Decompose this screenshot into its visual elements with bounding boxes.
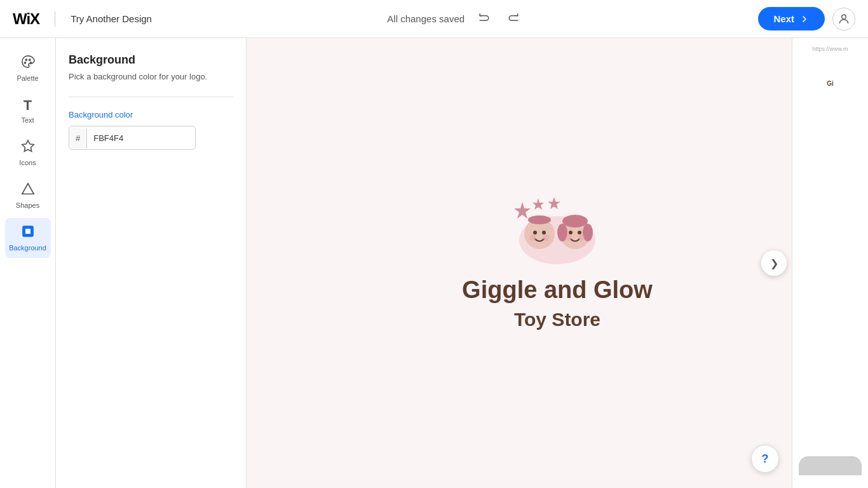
- sidebar-item-palette[interactable]: Palette: [5, 48, 51, 88]
- redo-button[interactable]: [504, 8, 523, 30]
- text-icon: T: [24, 97, 32, 114]
- sidebar-item-text[interactable]: T Text: [5, 91, 51, 130]
- avatar-button[interactable]: [832, 8, 855, 30]
- sidebar-item-icons-label: Icons: [19, 159, 36, 166]
- logo-illustration: [487, 196, 627, 272]
- icons-icon: [21, 139, 35, 156]
- sidebar-item-text-label: Text: [21, 116, 34, 124]
- svg-marker-9: [532, 198, 544, 210]
- svg-point-4: [30, 62, 31, 64]
- preview-logo-small: Gi: [827, 80, 834, 87]
- main-layout: Palette T Text Icons Shapes: [0, 38, 868, 488]
- bg-color-label: Background color: [69, 110, 233, 119]
- svg-point-17: [530, 234, 536, 241]
- svg-point-26: [578, 234, 585, 241]
- svg-point-1: [24, 62, 25, 64]
- help-button[interactable]: ?: [751, 445, 779, 473]
- svg-rect-7: [25, 228, 31, 234]
- panel-title: Background: [69, 53, 233, 67]
- sidebar-icons: Palette T Text Icons Shapes: [0, 38, 56, 488]
- header-logo: WiX Try Another Design: [13, 10, 152, 28]
- header-center: All changes saved: [152, 8, 759, 30]
- svg-point-18: [543, 234, 549, 241]
- next-label: Next: [773, 13, 794, 24]
- logo-container: Giggle and Glow Toy Store: [462, 196, 653, 330]
- next-preview-arrow[interactable]: ❯: [761, 250, 787, 276]
- color-input-row: #: [69, 126, 196, 150]
- sidebar-item-shapes[interactable]: Shapes: [5, 175, 51, 215]
- header: WiX Try Another Design All changes saved…: [0, 0, 868, 38]
- svg-marker-8: [514, 202, 531, 219]
- preview-browser-bar: [799, 456, 862, 475]
- svg-point-20: [562, 215, 588, 227]
- svg-marker-5: [22, 140, 33, 151]
- svg-point-3: [29, 59, 30, 60]
- color-hex-input[interactable]: [87, 128, 196, 148]
- changes-saved-text: All changes saved: [387, 13, 465, 24]
- sidebar-item-shapes-label: Shapes: [16, 201, 39, 209]
- sidebar-item-background-label: Background: [9, 244, 46, 252]
- background-icon: [21, 224, 35, 241]
- sidebar-item-palette-label: Palette: [17, 74, 38, 82]
- svg-marker-10: [548, 197, 560, 209]
- svg-point-24: [578, 231, 581, 234]
- logo-title-line1: Giggle and Glow: [462, 277, 653, 304]
- hash-symbol: #: [69, 128, 87, 148]
- preview-url: https://www.m: [807, 43, 853, 55]
- panel-divider: [69, 97, 233, 97]
- svg-point-16: [542, 231, 546, 234]
- header-right: Next: [758, 7, 855, 30]
- sidebar-item-icons[interactable]: Icons: [5, 133, 51, 173]
- sidebar-item-background[interactable]: Background: [5, 218, 51, 258]
- svg-point-0: [842, 15, 846, 19]
- next-button[interactable]: Next: [758, 7, 825, 30]
- svg-point-25: [566, 234, 572, 241]
- undo-button[interactable]: [475, 8, 494, 30]
- page-preview-panel: https://www.m Gi: [792, 38, 868, 488]
- svg-point-23: [569, 231, 573, 234]
- logo-title-line2: Toy Store: [514, 309, 600, 330]
- svg-rect-14: [531, 217, 548, 224]
- background-panel: Background Pick a background color for y…: [56, 38, 247, 488]
- shapes-icon: [21, 182, 35, 199]
- header-divider: [55, 11, 55, 27]
- svg-point-15: [533, 231, 537, 234]
- palette-icon: [21, 55, 35, 72]
- wix-logo: WiX: [13, 10, 39, 28]
- canvas-area: Giggle and Glow Toy Store ❯ https://www.…: [247, 38, 868, 488]
- svg-point-2: [25, 59, 27, 60]
- panel-subtitle: Pick a background color for your logo.: [69, 72, 233, 81]
- try-another-link[interactable]: Try Another Design: [71, 13, 152, 24]
